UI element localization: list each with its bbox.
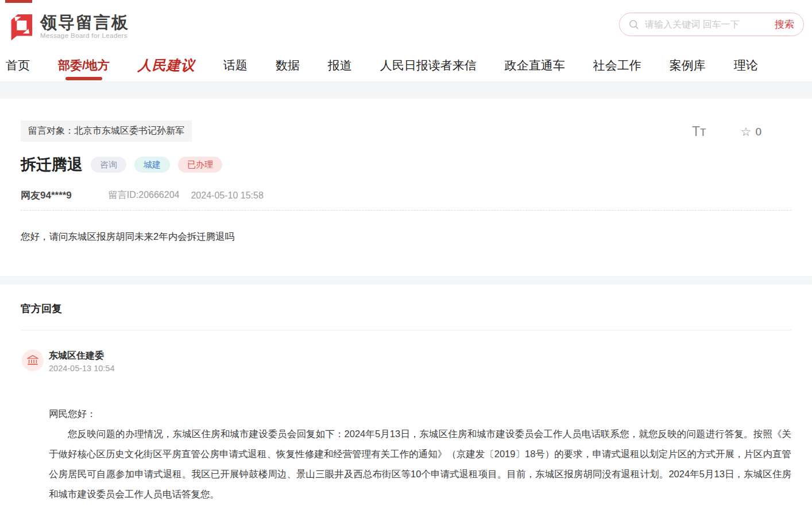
nav-item-people-suggestions[interactable]: 人民建议 — [138, 49, 195, 82]
message-actions: Tт ☆ 0 — [692, 124, 761, 139]
tag-category[interactable]: 咨询 — [91, 157, 126, 173]
reply-time: 2024-05-13 10:54 — [49, 364, 115, 373]
message-title: 拆迁腾退 — [21, 154, 83, 175]
message-body: 您好，请问东城区报房胡同未来2年内会拆迁腾退吗 — [21, 229, 791, 244]
font-size-toggle[interactable]: Tт — [692, 124, 706, 139]
nav-item-gov-business-express[interactable]: 政企直通车 — [505, 49, 565, 82]
reply-paragraph-greeting: 网民您好： — [49, 404, 791, 424]
nav-item-theory[interactable]: 理论 — [734, 49, 758, 82]
site-header: 领导留言板 Message Board for Leaders 搜索 — [0, 0, 812, 49]
reply-section-title: 官方回复 — [21, 302, 791, 316]
message-meta-row: 网友94****9 留言ID:20666204 2024-05-10 15:58 — [21, 189, 791, 202]
message-author: 网友94****9 — [21, 189, 72, 202]
nav-item-topics[interactable]: 话题 — [223, 49, 248, 82]
message-title-row: 拆迁腾退 咨询 城建 已办理 — [21, 154, 791, 175]
government-building-icon — [26, 354, 39, 367]
message-card: 留言对象：北京市东城区委书记孙新军 Tт ☆ 0 拆迁腾退 咨询 城建 已办理 … — [0, 99, 812, 276]
dashed-divider — [21, 210, 791, 211]
nav-item-reader-letters[interactable]: 人民日报读者来信 — [380, 49, 477, 82]
reply-divider — [21, 330, 791, 330]
favorite-button[interactable]: ☆ 0 — [741, 125, 761, 139]
logo-top-bar — [5, 0, 32, 3]
logo-title: 领导留言板 — [40, 14, 129, 31]
reply-paragraph-main: 您反映问题的办理情况，东城区住房和城市建设委员会回复如下：2024年5月13日，… — [49, 424, 791, 504]
message-board-logo-icon — [5, 12, 36, 42]
agency-info: 东城区住建委 2024-05-13 10:54 — [49, 349, 115, 373]
favorite-count: 0 — [755, 126, 761, 138]
nav-item-home[interactable]: 首页 — [6, 49, 30, 82]
message-time: 2024-05-10 15:58 — [191, 190, 263, 201]
logo-subtitle: Message Board for Leaders — [40, 32, 129, 39]
reply-body: 网民您好： 您反映问题的办理情况，东城区住房和城市建设委员会回复如下：2024年… — [49, 404, 791, 506]
status-badge: 已办理 — [178, 157, 222, 173]
star-icon: ☆ — [741, 125, 752, 139]
nav-item-ministries-local[interactable]: 部委/地方 — [58, 49, 110, 82]
search-button[interactable]: 搜索 — [775, 18, 794, 31]
site-logo[interactable]: 领导留言板 Message Board for Leaders — [5, 7, 129, 42]
nav-item-case-library[interactable]: 案例库 — [670, 49, 706, 82]
search-icon — [629, 20, 639, 30]
agency-name: 东城区住建委 — [49, 349, 115, 362]
nav-item-social-work[interactable]: 社会工作 — [593, 49, 641, 82]
agency-row: 东城区住建委 2024-05-13 10:54 — [22, 349, 791, 373]
message-card-top: 留言对象：北京市东城区委书记孙新军 Tт ☆ 0 — [21, 120, 791, 142]
main-nav: 首页 部委/地方 人民建议 话题 数据 报道 人民日报读者来信 政企直通车 社会… — [0, 49, 812, 82]
search-box: 搜索 — [619, 13, 804, 36]
message-id: 留言ID:20666204 — [109, 189, 180, 201]
tag-domain[interactable]: 城建 — [134, 157, 170, 173]
search-input[interactable] — [645, 20, 775, 30]
nav-item-reports[interactable]: 报道 — [328, 49, 352, 82]
logo-text: 领导留言板 Message Board for Leaders — [40, 14, 129, 39]
agency-avatar — [22, 349, 44, 371]
message-target-label: 留言对象：北京市东城区委书记孙新军 — [21, 120, 192, 142]
main-content: 留言对象：北京市东城区委书记孙新军 Tт ☆ 0 拆迁腾退 咨询 城建 已办理 … — [0, 99, 812, 506]
nav-item-data[interactable]: 数据 — [276, 49, 300, 82]
official-reply-card: 官方回复 东城区住建委 2024-05-13 10:54 网民您好： 您反映问题 — [0, 285, 812, 506]
